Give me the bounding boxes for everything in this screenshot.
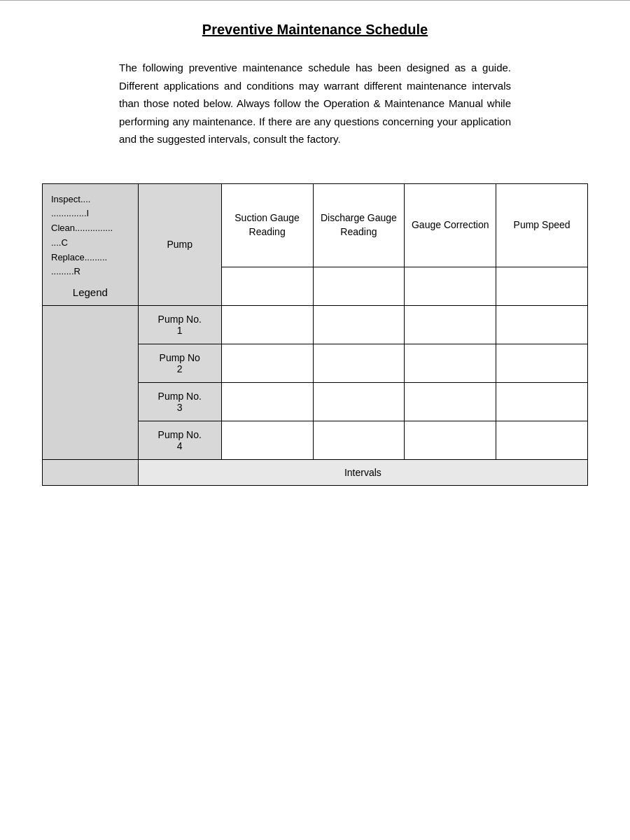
gauge-pump1-data [405, 306, 496, 344]
legend-inspect-i: ..............I [51, 206, 130, 221]
pump-no-1-label-row: Pump No.1 [43, 306, 588, 344]
suction-pump1 [221, 267, 313, 306]
speed-pump4-data [496, 421, 588, 460]
legend-spacer-cell [43, 306, 139, 460]
table-container: Inspect.... ..............I Clean.......… [0, 183, 630, 486]
page-container: Preventive Maintenance Schedule The foll… [0, 0, 630, 840]
top-divider [0, 0, 630, 1]
speed-pump3-data [496, 383, 588, 421]
suction-pump2-data [221, 344, 313, 383]
page-title: Preventive Maintenance Schedule [0, 22, 630, 38]
pump-no-4-cell: Pump No.4 [138, 421, 221, 460]
pump-no-2-cell: Pump No2 [138, 344, 221, 383]
pump-column-header: Pump [138, 183, 221, 306]
legend-replace: Replace......... [51, 251, 130, 265]
gauge-pump4-data [405, 421, 496, 460]
legend-content: Inspect.... ..............I Clean.......… [46, 188, 135, 284]
legend-clean-c: ....C [51, 236, 130, 251]
discharge-pump1 [313, 267, 405, 306]
legend-clean: Clean............... [51, 221, 130, 236]
gauge-corr-pump1 [405, 267, 496, 306]
speed-pump1-data [496, 306, 588, 344]
header-row: Inspect.... ..............I Clean.......… [43, 183, 588, 267]
intro-paragraph: The following preventive maintenance sch… [0, 59, 630, 148]
intervals-legend-cell [43, 460, 139, 486]
suction-pump4-data [221, 421, 313, 460]
discharge-pump1-data [313, 306, 405, 344]
legend-inspect: Inspect.... [51, 192, 130, 207]
speed-pump1 [496, 267, 588, 306]
discharge-column-header: Discharge Gauge Reading [313, 183, 405, 267]
legend-cell: Inspect.... ..............I Clean.......… [43, 183, 139, 306]
discharge-pump4-data [313, 421, 405, 460]
gauge-correction-header: Gauge Correction [405, 183, 496, 267]
pump-no-1-cell: Pump No.1 [138, 306, 221, 344]
legend-label: Legend [46, 284, 135, 298]
discharge-pump3-data [313, 383, 405, 421]
intervals-label-cell: Intervals [138, 460, 587, 486]
suction-pump3-data [221, 383, 313, 421]
maintenance-table: Inspect.... ..............I Clean.......… [42, 183, 588, 486]
gauge-pump3-data [405, 383, 496, 421]
pump-speed-header: Pump Speed [496, 183, 588, 267]
discharge-pump2-data [313, 344, 405, 383]
suction-column-header: Suction Gauge Reading [221, 183, 313, 267]
intervals-row: Intervals [43, 460, 588, 486]
gauge-pump2-data [405, 344, 496, 383]
pump-no-3-cell: Pump No.3 [138, 383, 221, 421]
speed-pump2-data [496, 344, 588, 383]
legend-replace-r: .........R [51, 265, 130, 279]
suction-pump1-data [221, 306, 313, 344]
